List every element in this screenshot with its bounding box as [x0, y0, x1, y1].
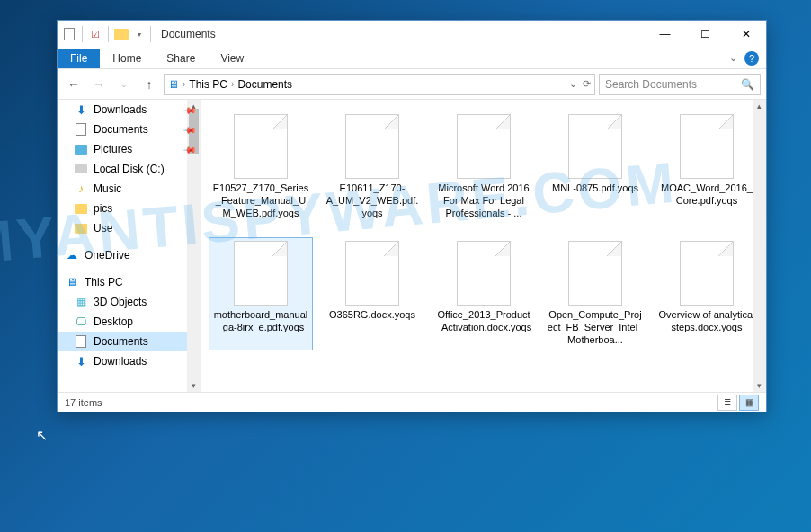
- nav-back-button[interactable]: ←: [63, 74, 85, 95]
- sidebar-item-label: Local Disk (C:): [94, 163, 165, 175]
- file-item[interactable]: O365RG.docx.yoqs: [320, 237, 424, 350]
- address-bar[interactable]: 🖥 › This PC › Documents ⌄ ⟳: [164, 74, 595, 95]
- window-title: Documents: [161, 28, 216, 40]
- file-label: Overview of analytical steps.docx.yoqs: [658, 309, 755, 334]
- file-item[interactable]: Microsoft Word 2016 For Max For Legal Pr…: [432, 111, 536, 223]
- breadcrumb-root[interactable]: This PC: [185, 78, 231, 91]
- sidebar-item-downloads[interactable]: ⬇Downloads: [58, 351, 201, 371]
- sidebar-item-label: Desktop: [94, 315, 133, 328]
- folder-icon: [74, 201, 88, 216]
- sidebar-item-local-disk-c-[interactable]: Local Disk (C:): [58, 159, 201, 179]
- item-count: 17 items: [65, 397, 102, 408]
- file-item[interactable]: MOAC_Word_2016_Core.pdf.yoqs: [655, 111, 759, 223]
- nav-bar: ← → ⌄ ↑ 🖥 › This PC › Documents ⌄ ⟳ Sear…: [58, 69, 766, 100]
- scroll-up-icon[interactable]: ▴: [753, 100, 766, 112]
- minimize-button[interactable]: —: [645, 21, 685, 48]
- details-view-button[interactable]: ≣: [717, 395, 737, 411]
- qat-dropdown-icon[interactable]: ▾: [131, 26, 147, 42]
- sidebar-item-this-pc[interactable]: 🖥This PC: [58, 272, 201, 292]
- ribbon-expand-icon[interactable]: ⌄: [729, 52, 737, 64]
- sidebar-item-3d-objects[interactable]: ▦3D Objects: [58, 292, 201, 312]
- close-button[interactable]: ✕: [726, 21, 766, 48]
- file-thumb-icon: [457, 241, 511, 306]
- file-thumb-icon: [568, 241, 622, 306]
- sidebar-item-label: 3D Objects: [94, 296, 147, 308]
- file-item[interactable]: MNL-0875.pdf.yoqs: [543, 111, 647, 223]
- sidebar-item-pics[interactable]: pics: [58, 199, 201, 218]
- file-thumb-icon: [680, 114, 734, 179]
- address-dropdown-icon[interactable]: ⌄: [569, 78, 577, 90]
- nav-up-button[interactable]: ↑: [138, 74, 160, 95]
- sidebar-item-label: pics: [94, 202, 112, 215]
- file-item[interactable]: motherboard_manual_ga-8irx_e.pdf.yoqs: [209, 237, 313, 350]
- titlebar: ☑ ▾ Documents — ☐ ✕: [58, 21, 766, 48]
- file-item[interactable]: Office_2013_Product_Activation.docx.yoqs: [432, 237, 536, 350]
- tab-share[interactable]: Share: [154, 49, 208, 68]
- main-scrollbar[interactable]: ▴ ▾: [753, 100, 766, 392]
- file-item[interactable]: Open_Compute_Project_FB_Server_Intel_Mot…: [543, 237, 647, 350]
- sidebar-item-desktop[interactable]: 🖵Desktop: [58, 312, 201, 332]
- sidebar-item-label: Use: [94, 222, 112, 235]
- nav-forward-button[interactable]: →: [88, 74, 110, 95]
- dl-icon: ⬇: [74, 354, 88, 368]
- tab-file[interactable]: File: [58, 49, 100, 68]
- file-item[interactable]: Overview of analytical steps.docx.yoqs: [655, 237, 759, 350]
- search-placeholder: Search Documents: [605, 78, 697, 91]
- pc-icon: 🖥: [168, 78, 179, 91]
- file-thumb-icon: [234, 241, 288, 306]
- sidebar-item-label: Documents: [94, 123, 148, 136]
- sidebar-item-label: Downloads: [94, 355, 147, 368]
- folder-icon: [113, 26, 129, 42]
- tab-view[interactable]: View: [208, 49, 256, 68]
- qat: ☑ ▾: [61, 26, 147, 42]
- file-thumb-icon: [345, 114, 399, 179]
- ribbon-tabs: File Home Share View ⌄ ?: [58, 48, 766, 69]
- maximize-button[interactable]: ☐: [685, 21, 726, 48]
- folder-icon: [74, 221, 88, 235]
- properties-icon[interactable]: [61, 26, 77, 42]
- tab-home[interactable]: Home: [100, 49, 154, 68]
- file-item[interactable]: E10527_Z170_Series_Feature_Manual_UM_WEB…: [209, 111, 313, 223]
- file-item[interactable]: E10611_Z170-A_UM_V2_WEB.pdf.yoqs: [320, 111, 424, 223]
- refresh-icon[interactable]: ⟳: [583, 78, 591, 90]
- sidebar-item-use[interactable]: Use: [58, 218, 201, 238]
- pic-icon: [74, 142, 88, 156]
- doc-icon: [74, 334, 88, 349]
- help-icon[interactable]: ?: [744, 51, 759, 66]
- scroll-down-icon[interactable]: ▾: [753, 379, 766, 392]
- nav-history-dropdown[interactable]: ⌄: [113, 74, 135, 95]
- sidebar-item-documents[interactable]: Documents: [58, 332, 201, 351]
- icons-view-button[interactable]: ▦: [739, 395, 759, 411]
- file-label: Open_Compute_Project_FB_Server_Intel_Mot…: [547, 309, 644, 346]
- pc-icon: 🖥: [65, 275, 79, 289]
- sidebar-item-label: Music: [94, 182, 121, 195]
- sidebar-item-pictures[interactable]: Pictures📌: [58, 139, 201, 159]
- file-label: motherboard_manual_ga-8irx_e.pdf.yoqs: [212, 309, 309, 334]
- sidebar-item-downloads[interactable]: ⬇Downloads📌: [58, 100, 201, 120]
- file-view[interactable]: E10527_Z170_Series_Feature_Manual_UM_WEB…: [201, 100, 766, 392]
- content-area: ▴ ▾ ⬇Downloads📌Documents📌Pictures📌Local …: [58, 100, 766, 392]
- explorer-window: ☑ ▾ Documents — ☐ ✕ File Home Share View…: [57, 20, 767, 412]
- file-thumb-icon: [568, 114, 622, 179]
- sidebar-item-label: Pictures: [94, 143, 132, 155]
- sidebar-item-label: This PC: [85, 276, 123, 288]
- file-label: MOAC_Word_2016_Core.pdf.yoqs: [658, 182, 755, 208]
- sidebar-item-music[interactable]: ♪Music: [58, 179, 201, 199]
- cloud-icon: ☁: [65, 248, 79, 262]
- file-label: Microsoft Word 2016 For Max For Legal Pr…: [435, 182, 532, 219]
- check-icon[interactable]: ☑: [87, 26, 103, 42]
- music-icon: ♪: [74, 182, 88, 196]
- scroll-down-icon[interactable]: ▾: [187, 379, 201, 392]
- breadcrumb-current[interactable]: Documents: [234, 78, 296, 91]
- sidebar-item-label: Downloads: [94, 103, 147, 116]
- file-label: O365RG.docx.yoqs: [329, 309, 415, 322]
- sidebar-item-documents[interactable]: Documents📌: [58, 120, 201, 139]
- file-label: E10611_Z170-A_UM_V2_WEB.pdf.yoqs: [324, 182, 421, 219]
- file-thumb-icon: [680, 241, 734, 306]
- search-input[interactable]: Search Documents 🔍: [599, 74, 761, 95]
- sidebar-item-onedrive[interactable]: ☁OneDrive: [58, 245, 201, 265]
- 3d-icon: ▦: [74, 295, 88, 309]
- navigation-pane[interactable]: ▴ ▾ ⬇Downloads📌Documents📌Pictures📌Local …: [58, 100, 201, 392]
- disk-icon: [74, 162, 88, 176]
- status-bar: 17 items ≣ ▦: [58, 392, 766, 412]
